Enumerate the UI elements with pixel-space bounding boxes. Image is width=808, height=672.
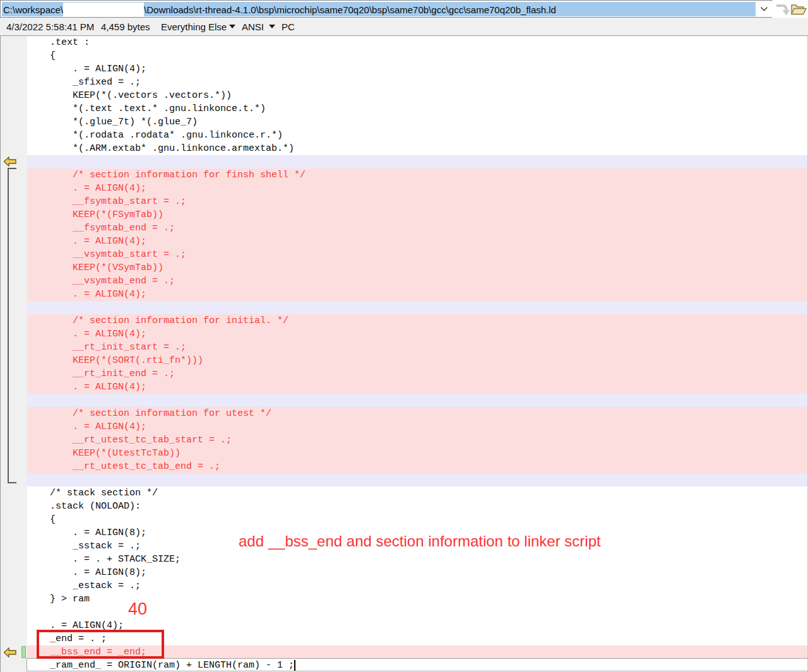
chevron-down-icon [760, 6, 768, 12]
dropdown-arrow-icon[interactable] [229, 25, 235, 28]
syntax-scheme-dropdown[interactable]: Everything Else [161, 21, 227, 32]
text-caret [294, 660, 295, 671]
code-line[interactable]: __rt_utest_tc_tab_start = .; [27, 433, 807, 447]
code-line[interactable]: KEEP(*(FSymTab)) [27, 208, 807, 221]
green-change-bar [21, 646, 26, 658]
code-line[interactable]: /* stack section */ [27, 486, 807, 500]
code-line[interactable]: _ram_end_ = ORIGIN(ram) + LENGTH(ram) - … [27, 659, 807, 672]
dropdown-arrow-icon[interactable] [269, 25, 275, 28]
code-line[interactable]: /* section information for utest */ [27, 407, 807, 420]
code-line[interactable]: __vsymtab_start = .; [27, 248, 807, 261]
redacted-path-segment [63, 3, 144, 16]
code-line[interactable] [27, 155, 807, 168]
code-line[interactable]: . = ALIGN(4); [27, 619, 807, 632]
code-editor[interactable]: .text : { . = ALIGN(4); _sfixed = .; KEE… [0, 36, 808, 672]
code-line[interactable]: .text : [27, 36, 807, 49]
code-line[interactable]: _end = . ; [27, 632, 807, 645]
code-line[interactable]: __rt_utest_tc_tab_end = .; [27, 460, 807, 473]
editor-gutter [1, 36, 27, 672]
code-line[interactable]: KEEP(*(UtestTcTab)) [27, 447, 807, 460]
code-line[interactable]: __vsymtab_end = .; [27, 274, 807, 288]
code-line[interactable] [27, 473, 807, 486]
code-line[interactable]: { [27, 513, 807, 526]
code-line[interactable]: . = ALIGN(4); [27, 235, 807, 248]
code-line[interactable]: _estack = .; [27, 579, 807, 592]
app-window: C:\workspace\\Downloads\rt-thread-4.1.0\… [0, 0, 808, 672]
path-input[interactable]: C:\workspace\\Downloads\rt-thread-4.1.0\… [3, 3, 556, 16]
encoding-dropdown[interactable]: ANSI [242, 21, 264, 32]
line-ending-toggle[interactable]: PC [282, 21, 295, 32]
code-line[interactable]: KEEP(*(.vectors .vectors.*)) [27, 89, 807, 102]
code-line[interactable]: . = . + STACK_SIZE; [27, 553, 807, 566]
code-line[interactable]: /* section information for finsh shell *… [27, 168, 807, 182]
code-line[interactable]: __bss_end = _end; [27, 645, 807, 659]
open-folder-icon [790, 3, 807, 16]
path-segment-suffix: \Downloads\rt-thread-4.1.0\bsp\microchip… [144, 4, 556, 15]
code-line[interactable]: KEEP(*(VSymTab)) [27, 261, 807, 274]
file-path-bar[interactable]: C:\workspace\\Downloads\rt-thread-4.1.0\… [0, 0, 772, 18]
code-line[interactable]: .stack (NOLOAD): [27, 500, 807, 513]
code-line[interactable]: __fsymtab_start = .; [27, 195, 807, 208]
diff-region-bracket [8, 168, 16, 169]
code-line[interactable]: . = ALIGN(4); [27, 182, 807, 195]
yellow-back-arrow-icon [3, 156, 17, 167]
follow-file-button[interactable] [775, 2, 791, 17]
code-line[interactable]: _sfixed = .; [27, 76, 807, 89]
code-line[interactable]: . = ALIGN(4); [27, 62, 807, 76]
diff-region-bracket [8, 168, 9, 483]
code-line[interactable] [27, 301, 807, 314]
code-line[interactable]: { [27, 49, 807, 62]
code-lines[interactable]: .text : { . = ALIGN(4); _sfixed = .; KEE… [27, 36, 807, 672]
code-line[interactable]: . = ALIGN(4); [27, 380, 807, 394]
code-line[interactable]: KEEP(*(SORT(.rti_fn*))) [27, 354, 807, 367]
open-file-button[interactable] [790, 2, 807, 17]
code-line[interactable]: __fsymtab_end = .; [27, 221, 807, 235]
file-size: 4,459 bytes [101, 21, 150, 32]
file-info-bar: 4/3/2022 5:58:41 PM 4,459 bytes Everythi… [0, 18, 808, 35]
yellow-back-arrow-icon [3, 647, 17, 657]
diff-region-bracket [8, 482, 16, 483]
code-line[interactable]: *(.rodata .rodata* .gnu.linkonce.r.*) [27, 129, 807, 142]
annotation-number: 40 [128, 599, 147, 619]
file-modified-timestamp: 4/3/2022 5:58:41 PM [6, 21, 94, 32]
code-line[interactable]: __rt_init_end = .; [27, 367, 807, 380]
code-line[interactable]: . = ALIGN(4); [27, 327, 807, 341]
code-line[interactable]: . = ALIGN(4); [27, 420, 807, 433]
code-line[interactable]: . = ALIGN(8); [27, 566, 807, 579]
code-line[interactable] [27, 394, 807, 407]
annotation-note: add __bss_end and section information to… [239, 533, 601, 550]
path-dropdown-button[interactable] [756, 1, 772, 17]
code-line[interactable]: *(.glue_7t) *(.glue_7) [27, 115, 807, 129]
code-line[interactable]: *(.ARM.extab* .gnu.linkonce.armextab.*) [27, 142, 807, 155]
path-segment-prefix: C:\workspace\ [3, 4, 63, 15]
code-line[interactable]: __rt_init_start = .; [27, 341, 807, 354]
code-line[interactable]: *(.text .text.* .gnu.linkonce.t.*) [27, 102, 807, 115]
follow-arrow-icon [775, 3, 790, 16]
code-line[interactable]: /* section information for initial. */ [27, 314, 807, 327]
code-line[interactable]: . = ALIGN(4); [27, 288, 807, 301]
